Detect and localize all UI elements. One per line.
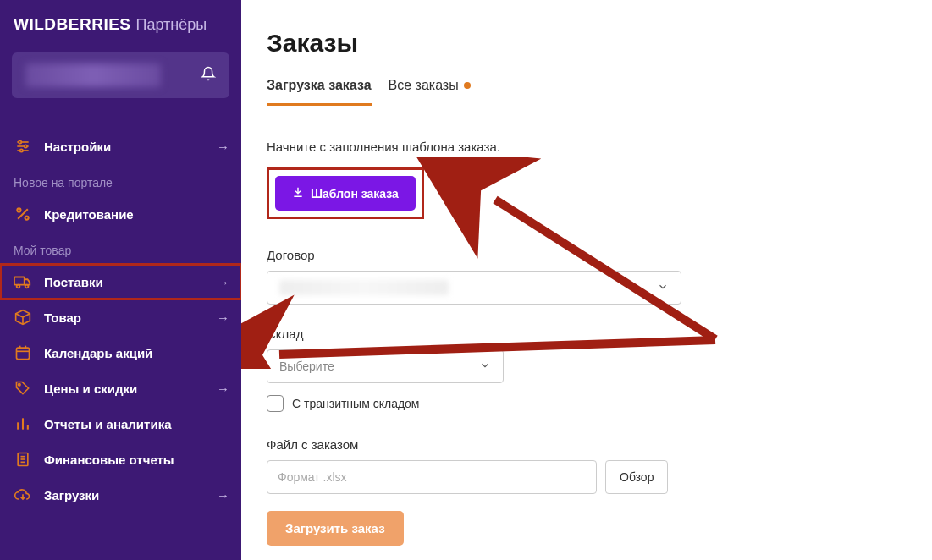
box-icon <box>14 308 32 327</box>
tab-upload-order[interactable]: Загрузка заказа <box>267 78 372 106</box>
nav-downloads[interactable]: Загрузки → <box>0 477 241 513</box>
tag-icon <box>14 379 32 398</box>
warehouse-select[interactable]: Выберите <box>267 349 504 383</box>
nav-reports[interactable]: Отчеты и аналитика <box>0 406 241 442</box>
document-icon <box>14 450 32 469</box>
nav-calendar[interactable]: Календарь акций <box>0 335 241 371</box>
browse-button[interactable]: Обзор <box>605 460 668 494</box>
arrow-right-icon: → <box>217 140 229 154</box>
calendar-icon <box>14 343 32 362</box>
page-title: Заказы <box>267 29 907 58</box>
intro-text: Начните с заполнения шаблона заказа. <box>267 140 907 154</box>
svg-point-4 <box>25 145 27 147</box>
arrow-right-icon: → <box>217 488 229 502</box>
truck-icon <box>14 272 32 291</box>
nav-prices[interactable]: Цены и скидки → <box>0 371 241 406</box>
nav-finance[interactable]: Финансовые отчеты <box>0 442 241 477</box>
nav-label: Цены и скидки <box>44 382 205 396</box>
bar-chart-icon <box>14 415 32 433</box>
warehouse-label: Склад <box>267 327 907 341</box>
nav-label: Отчеты и аналитика <box>44 417 229 431</box>
nav-label: Финансовые отчеты <box>44 453 229 467</box>
svg-point-10 <box>17 285 20 288</box>
arrow-right-icon: → <box>217 310 229 325</box>
section-goods: Мой товар <box>0 232 241 264</box>
svg-rect-12 <box>17 348 30 359</box>
nav-credit[interactable]: Кредитование <box>0 196 241 232</box>
svg-point-3 <box>19 140 21 143</box>
contract-select[interactable] <box>267 271 681 305</box>
nav-settings[interactable]: Настройки → <box>0 129 241 164</box>
checkbox-label: С транзитным складом <box>292 397 420 410</box>
tab-all-orders[interactable]: Все заказы <box>389 78 471 106</box>
svg-line-6 <box>18 209 28 219</box>
profile-name-blurred <box>25 63 161 87</box>
percent-icon <box>14 205 32 223</box>
warehouse-placeholder: Выберите <box>279 360 334 373</box>
bell-icon[interactable] <box>201 66 216 85</box>
tab-label: Все заказы <box>389 78 459 93</box>
download-template-button[interactable]: Шаблон заказа <box>275 176 416 211</box>
svg-rect-9 <box>14 277 25 285</box>
nav-label: Кредитование <box>44 207 229 222</box>
arrow-right-icon: → <box>217 275 229 289</box>
file-input[interactable]: Формат .xlsx <box>267 460 597 494</box>
svg-point-7 <box>17 208 20 211</box>
chevron-down-icon <box>657 281 669 295</box>
nav-label: Настройки <box>44 140 205 154</box>
contract-label: Договор <box>267 248 907 262</box>
download-icon <box>292 186 304 200</box>
sliders-icon <box>14 137 32 156</box>
svg-point-8 <box>25 217 29 220</box>
sidebar: WILDBERRIES Партнёры Настройки → Новое н… <box>0 0 241 560</box>
tab-label: Загрузка заказа <box>267 78 372 93</box>
transit-checkbox[interactable]: С транзитным складом <box>267 395 907 412</box>
nav-label: Календарь акций <box>44 346 229 360</box>
section-new: Новое на портале <box>0 164 241 196</box>
svg-point-11 <box>25 285 29 288</box>
checkbox-box-icon <box>267 395 284 412</box>
svg-point-5 <box>20 149 23 151</box>
tabs: Загрузка заказа Все заказы <box>267 78 907 106</box>
button-label: Шаблон заказа <box>311 187 399 200</box>
nav-goods[interactable]: Товар → <box>0 299 241 335</box>
highlight-box: Шаблон заказа <box>267 167 424 219</box>
upload-order-button[interactable]: Загрузить заказ <box>267 511 404 546</box>
brand-sub: Партнёры <box>136 16 207 34</box>
nav-supplies[interactable]: Поставки → <box>0 264 241 299</box>
file-placeholder: Формат .xlsx <box>278 470 347 484</box>
profile-box[interactable] <box>12 52 229 98</box>
file-label: Файл с заказом <box>267 437 907 452</box>
nav-label: Товар <box>44 310 205 325</box>
nav-label: Загрузки <box>44 488 205 502</box>
svg-point-16 <box>19 384 21 387</box>
brand: WILDBERRIES Партнёры <box>0 15 241 46</box>
notification-dot-icon <box>464 82 471 89</box>
chevron-down-icon <box>479 360 491 374</box>
nav-label: Поставки <box>44 275 205 289</box>
main-content: Заказы Загрузка заказа Все заказы Начнит… <box>241 0 932 560</box>
contract-value-blurred <box>279 280 449 295</box>
cloud-download-icon <box>14 486 32 504</box>
brand-main: WILDBERRIES <box>14 15 131 34</box>
arrow-right-icon: → <box>217 382 229 396</box>
